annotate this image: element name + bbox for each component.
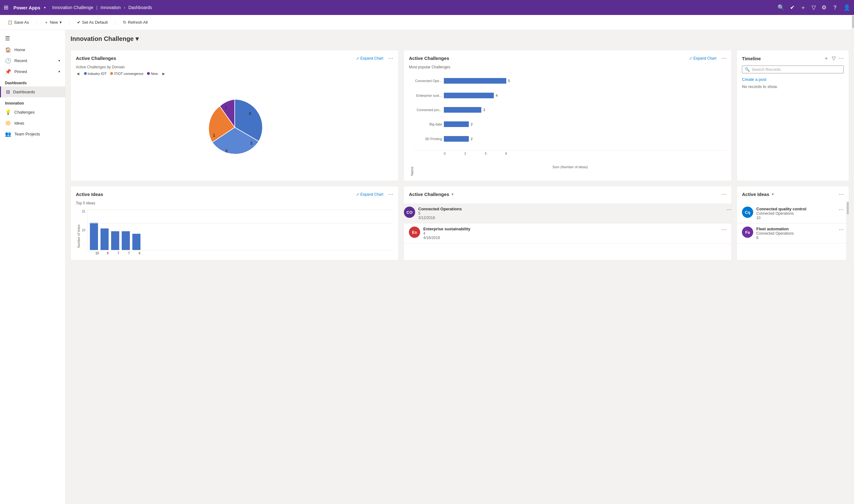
active-challenges-bar-card: Active Challenges ⤢ Expand Chart ⋯ Most … — [404, 50, 732, 181]
bar-fill — [444, 107, 481, 113]
avatar-co: CO — [404, 206, 415, 218]
list-item-title: Enterprise sustainability — [423, 227, 718, 231]
card4-more-button[interactable]: ⋯ — [388, 191, 393, 197]
bar-row: Big data 2 — [414, 121, 726, 127]
active-ideas-card: Active Ideas ⤢ Expand Chart ⋯ Top 5 Idea… — [71, 186, 398, 260]
bar-label: Connected Ope... — [414, 79, 442, 83]
bar-value: 2 — [471, 122, 473, 126]
timeline-add-icon[interactable]: ＋ — [824, 55, 829, 62]
card2-expand-button[interactable]: ⤢ Expand Chart — [689, 56, 716, 60]
expand-icon2: ⤢ — [689, 56, 692, 60]
breadcrumb: Innovation Challenge | Innovation › Dash… — [52, 5, 152, 10]
user-icon[interactable]: 👤 — [843, 4, 850, 11]
list-item-more-button[interactable]: ⋯ — [839, 206, 844, 213]
bar-label: 3D Printing — [414, 137, 442, 141]
new-chevron-icon: ▾ — [60, 20, 62, 25]
page-title: Innovation Challenge ▾ — [71, 35, 849, 45]
list-item-sub2: 10 — [756, 216, 836, 220]
timeline-icons: ＋ ▽ ⋯ — [824, 55, 844, 62]
bar-chart-wrapper: Name Connected Ope... 5 Enterprise sust.… — [409, 71, 726, 176]
scrollbar2[interactable] — [846, 201, 849, 260]
create-post-link[interactable]: Create a post — [742, 77, 844, 82]
challenges-icon: 💡 — [5, 109, 11, 115]
filter-icon[interactable]: ▽ — [812, 4, 816, 11]
sidebar-item-recent[interactable]: 🕐 Recent ▾ — [0, 55, 65, 66]
sidebar-item-ideas[interactable]: 🔆 Ideas — [0, 118, 65, 129]
expand-icon: ⤢ — [356, 56, 359, 60]
bottom-grid: Active Ideas ⤢ Expand Chart ⋯ Top 5 Idea… — [71, 186, 849, 260]
avatar-fa: Fa — [742, 227, 753, 238]
card5-more-button[interactable]: ⋯ — [721, 191, 726, 197]
dashboard-icon: ⊞ — [6, 89, 10, 95]
bar-value-labels: 10 8 7 7 6 — [81, 251, 393, 255]
check-icon[interactable]: ✔ — [790, 4, 795, 11]
bar-chart-rows: Connected Ope... 5 Enterprise sust... 4 … — [414, 71, 726, 176]
plus-icon: ＋ — [44, 20, 48, 25]
list-item-content: Connected quality control Connected Oper… — [756, 206, 836, 220]
toolbar-divider2 — [69, 19, 70, 25]
search-icon[interactable]: 🔍 — [778, 4, 784, 11]
app-name: Power Apps — [14, 5, 40, 10]
list-item-more-button[interactable]: ⋯ — [839, 227, 844, 233]
card2-more-button[interactable]: ⋯ — [721, 55, 726, 61]
card1-more-button[interactable]: ⋯ — [388, 55, 393, 61]
list-item-sub1: Connected Operations — [756, 231, 836, 236]
recent-chevron-icon: ▾ — [58, 59, 60, 63]
main-layout: ☰ 🏠 Home 🕐 Recent ▾ 📌 Pinned ▾ Dashboard… — [0, 30, 854, 504]
card6-title: Active Ideas — [742, 192, 769, 197]
bar-fill — [444, 93, 494, 98]
list-item-more-button[interactable]: ⋯ — [721, 227, 726, 233]
bar-col — [122, 231, 130, 250]
bar-col — [90, 223, 98, 250]
card4-title: Active Ideas — [76, 192, 103, 197]
add-icon[interactable]: ＋ — [800, 4, 806, 11]
bar-col — [101, 229, 109, 250]
refresh-all-button[interactable]: ↻ Refresh All — [121, 19, 150, 26]
list-item-content: Enterprise sustainability 4 4/16/2018 — [423, 227, 718, 240]
scrollbar-thumb2 — [847, 202, 849, 214]
list-item[interactable]: CO Connected Operations 5 3/12/2018 ⋯ — [404, 203, 732, 223]
settings-icon[interactable]: ⚙ — [821, 4, 826, 11]
card6-more-button[interactable]: ⋯ — [839, 191, 844, 197]
card6-chevron-icon[interactable]: ▾ — [772, 192, 774, 196]
sidebar-item-home[interactable]: 🏠 Home — [0, 44, 65, 55]
list-item-more-button[interactable]: ⋯ — [726, 206, 731, 213]
timeline-more-icon[interactable]: ⋯ — [839, 55, 844, 62]
card1-subtitle: Active Challenges by Domain — [76, 65, 393, 69]
help-icon[interactable]: ？ — [832, 4, 838, 11]
sidebar-item-pinned[interactable]: 📌 Pinned ▾ — [0, 66, 65, 77]
sidebar-item-challenges[interactable]: 💡 Challenges — [0, 107, 65, 118]
list-item[interactable]: Fa Fleet automation Connected Operations… — [737, 223, 849, 244]
card1-legend: ◄ Industry IOT IT/OT convergence New ► — [76, 71, 393, 76]
legend-next-icon[interactable]: ► — [161, 71, 166, 76]
sidebar-hamburger[interactable]: ☰ — [0, 33, 65, 44]
timeline-search[interactable]: 🔍 Search Records — [742, 66, 844, 73]
svg-text:3: 3 — [249, 111, 251, 116]
card5-chevron-icon[interactable]: ▾ — [452, 192, 453, 196]
sidebar-item-dashboards[interactable]: ⊞ Dashboards — [0, 87, 65, 97]
timeline-filter-icon[interactable]: ▽ — [832, 55, 836, 62]
list-item[interactable]: Cq Connected quality control Connected O… — [737, 203, 849, 223]
legend-prev-icon[interactable]: ◄ — [76, 71, 80, 76]
waffle-icon[interactable]: ⊞ — [4, 4, 8, 11]
bar-label: Big data — [414, 122, 442, 126]
card2-subtitle: Most popular Challenges — [409, 65, 726, 69]
card5-title: Active Challenges — [409, 192, 449, 197]
new-button[interactable]: ＋ New ▾ — [42, 18, 64, 26]
recent-icon: 🕐 — [5, 58, 11, 64]
page-title-chevron-icon[interactable]: ▾ — [136, 35, 139, 42]
sidebar: ☰ 🏠 Home 🕐 Recent ▾ 📌 Pinned ▾ Dashboard… — [0, 30, 66, 504]
card1-expand-button[interactable]: ⤢ Expand Chart — [356, 56, 383, 60]
sidebar-item-team-projects[interactable]: 👥 Team Projects — [0, 129, 65, 140]
bar-fill — [444, 121, 469, 127]
list-item[interactable]: Es Enterprise sustainability 4 4/16/2018… — [404, 223, 731, 244]
app-chevron-icon[interactable]: ▾ — [44, 6, 46, 10]
toolbar: 📋 Save As ＋ New ▾ ✔ Set As Default ↻ Ref… — [0, 15, 854, 30]
section-innovation: Innovation — [0, 97, 65, 107]
refresh-icon: ↻ — [123, 20, 126, 25]
home-icon: 🏠 — [5, 47, 11, 53]
ideas-bar-chart: Number of Votes 1510 — [76, 207, 393, 255]
save-as-button[interactable]: 📋 Save As — [5, 19, 32, 26]
set-default-button[interactable]: ✔ Set As Default — [75, 19, 110, 26]
card4-expand-button[interactable]: ⤢ Expand Chart — [356, 192, 383, 197]
